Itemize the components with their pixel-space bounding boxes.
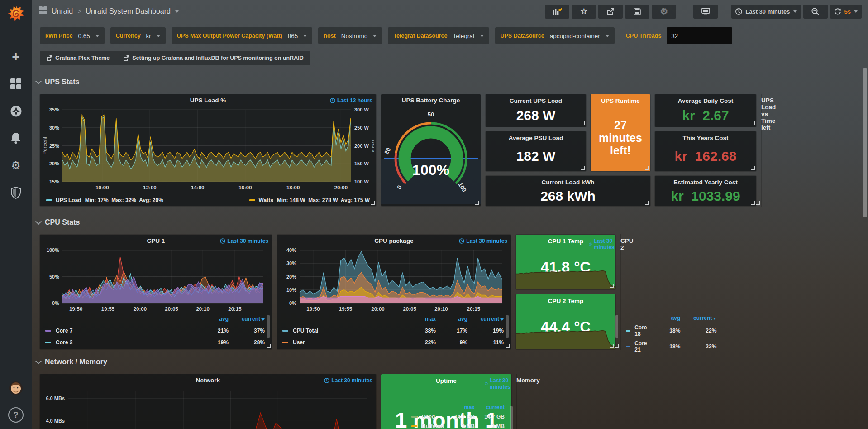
legend-sort-avg[interactable]: avg <box>649 315 680 321</box>
panel-resize-handle[interactable] <box>581 166 585 170</box>
variable-kwh-price-dropdown[interactable]: kWh Price 0.65 <box>40 27 105 44</box>
sidebar-item-alerting[interactable] <box>9 131 23 145</box>
panel-resize-handle[interactable] <box>506 344 510 348</box>
time-range-label: Last 30 minutes <box>745 8 790 15</box>
panel-resize-handle[interactable] <box>581 121 585 125</box>
legend-sort-max[interactable]: max <box>445 404 475 410</box>
network-chart[interactable]: 2.0 MBs4.0 MBs6.0 MBs <box>42 388 374 429</box>
legend-item[interactable]: Used <box>411 414 445 420</box>
dashboard-dropdown-caret-icon[interactable] <box>175 10 179 13</box>
variable-ups-max-power-dropdown[interactable]: UPS Max Output Power Capacity (Watt) 865 <box>172 27 312 44</box>
link-ups-monitoring-guide[interactable]: Setting up Grafana and InfluxDB for UPS … <box>123 55 303 61</box>
legend-sort-avg[interactable]: avg <box>436 316 467 322</box>
variable-currency-dropdown[interactable]: Currency kr <box>110 27 166 44</box>
add-panel-button[interactable] <box>545 5 569 19</box>
panel-title[interactable]: UPS Battery Charge <box>381 97 481 104</box>
panel-average-psu-load[interactable]: Average PSU Load 182 W <box>486 131 586 171</box>
legend-sort-current[interactable]: current <box>467 316 504 322</box>
help-icon[interactable]: ? <box>8 407 24 423</box>
panel-network: Network Last 30 minutes 2.0 MBs4.0 MBs6.… <box>40 374 376 429</box>
legend-sort-max[interactable]: max <box>404 316 436 322</box>
sidebar-item-server-admin[interactable] <box>9 186 23 199</box>
sidebar-item-explore[interactable] <box>9 104 23 118</box>
cpu-package-chart[interactable]: 0%10%20%30%40%19:5019:5520:0020:0520:102… <box>279 246 509 313</box>
breadcrumb-section[interactable]: Unraid <box>52 7 73 15</box>
panel-resize-handle[interactable] <box>645 201 649 205</box>
time-range-override[interactable]: Last 30 minutes <box>459 238 507 244</box>
refresh-interval-dropdown[interactable]: 5s <box>844 8 851 15</box>
time-picker[interactable]: Last 30 minutes <box>731 5 801 19</box>
section-header-cpu-stats[interactable]: CPU Stats <box>36 218 80 227</box>
legend-sort-current[interactable]: current <box>475 404 505 410</box>
panel-resize-handle[interactable] <box>756 201 760 205</box>
sidebar-item-configuration[interactable]: ⚙ <box>9 159 23 172</box>
legend-sort-avg[interactable]: avg <box>197 316 229 322</box>
legend-item-ups-load[interactable]: UPS Load Min: 17% Max: 32% Avg: 20% <box>46 197 163 203</box>
time-range-override[interactable]: Last 30 minutes <box>324 377 372 384</box>
panel-resize-handle[interactable] <box>751 201 755 205</box>
time-range-override[interactable]: Last 30 minutes <box>485 377 513 390</box>
legend-scrollbar[interactable] <box>615 315 618 338</box>
panel-resize-handle[interactable] <box>610 344 614 348</box>
panel-ups-runtime[interactable]: UPS Runtime 27 minutes left! <box>591 94 650 171</box>
clock-icon <box>459 238 464 244</box>
ups-battery-gauge[interactable]: 02050100100% <box>381 105 481 204</box>
mark-favorite-button[interactable]: ☆ <box>572 5 596 19</box>
breadcrumb-title[interactable]: Unraid System Dashboard <box>86 7 171 15</box>
legend-item[interactable]: CPU Total <box>282 328 404 334</box>
section-header-ups-stats[interactable]: UPS Stats <box>36 78 79 86</box>
panel-resize-handle[interactable] <box>475 201 479 205</box>
user-avatar[interactable] <box>9 381 23 397</box>
cpu1-chart[interactable]: 0%50%100%19:5019:5520:0020:0520:1020:15 <box>42 246 270 313</box>
variable-ups-datasource-dropdown[interactable]: UPS Datasource apcupsd-container <box>495 27 615 44</box>
legend-scrollbar[interactable] <box>267 315 270 338</box>
time-range-override[interactable]: Last 30 minutes <box>220 238 268 244</box>
sidebar-item-dashboards[interactable] <box>9 77 23 91</box>
legend-item[interactable]: Core 2 <box>45 339 197 346</box>
panel-average-daily-cost[interactable]: Average Daily Cost kr 2.67 <box>655 94 756 127</box>
panel-resize-handle[interactable] <box>615 344 619 348</box>
legend-item[interactable]: User <box>282 339 404 346</box>
panel-resize-handle[interactable] <box>610 284 614 288</box>
legend-sort-current[interactable]: current <box>680 315 716 321</box>
section-header-network-memory[interactable]: Network / Memory <box>36 358 107 366</box>
legend-item[interactable]: Core 21 <box>626 340 649 353</box>
dashboard-settings-button[interactable]: ⚙ <box>652 5 676 19</box>
panel-current-ups-load[interactable]: Current UPS Load 268 W <box>486 94 586 127</box>
panel-resize-handle[interactable] <box>267 344 271 348</box>
panel-resize-handle[interactable] <box>645 166 649 170</box>
legend-scrollbar[interactable] <box>506 315 509 338</box>
legend-item[interactable]: Core 7 <box>45 328 197 334</box>
dashboards-grid-icon[interactable] <box>39 6 47 16</box>
legend-sort-current[interactable]: current <box>229 316 265 322</box>
panel-cpu2-temp[interactable]: CPU 2 Temp 44.4 °C <box>516 294 615 349</box>
ups-load-chart[interactable]: 15%20%25%30%35%100 W150 W200 W250 W300 W… <box>42 106 374 192</box>
sidebar-item-create[interactable]: + <box>9 50 23 63</box>
variable-host-dropdown[interactable]: host Nostromo <box>318 27 382 44</box>
panel-current-load-kwh[interactable]: Current Load kWh 268 kWh <box>486 176 650 206</box>
panel-title[interactable]: UPS Load % <box>40 97 376 104</box>
panel-resize-handle[interactable] <box>371 201 375 205</box>
page-scrollbar[interactable] <box>863 68 867 217</box>
legend-item-watts[interactable]: Watts Min: 148 W Max: 278 W Avg: 175 W <box>249 197 370 203</box>
svg-text:20:00: 20:00 <box>134 306 147 312</box>
cpu-threads-input[interactable] <box>667 27 732 44</box>
share-button[interactable] <box>598 5 623 19</box>
panel-resize-handle[interactable] <box>751 166 755 170</box>
legend-item[interactable]: Core 18 <box>626 324 649 337</box>
panel-this-years-cost[interactable]: This Years Cost kr 162.68 <box>655 131 756 171</box>
panel-estimated-yearly-cost[interactable]: Estimated Yearly Cost kr 1033.99 <box>655 176 756 206</box>
time-range-override[interactable]: Last 30 minutes <box>589 238 617 251</box>
save-button[interactable] <box>625 5 649 19</box>
variable-telegraf-datasource-dropdown[interactable]: Telegraf Datasource Telegraf <box>388 27 489 44</box>
zoom-out-button[interactable] <box>803 5 828 19</box>
cycle-view-mode-button[interactable] <box>693 5 718 19</box>
time-range-override[interactable]: Last 12 hours <box>330 97 372 104</box>
refresh-button[interactable]: 5s <box>830 5 862 19</box>
link-grafana-plex-theme[interactable]: Grafana Plex Theme <box>46 55 110 61</box>
svg-text:20: 20 <box>383 146 392 155</box>
legend-scrollbar[interactable] <box>510 406 513 429</box>
grafana-logo-icon[interactable] <box>6 4 26 24</box>
panel-resize-handle[interactable] <box>751 121 755 125</box>
legend-item[interactable]: Buffered <box>411 423 445 429</box>
